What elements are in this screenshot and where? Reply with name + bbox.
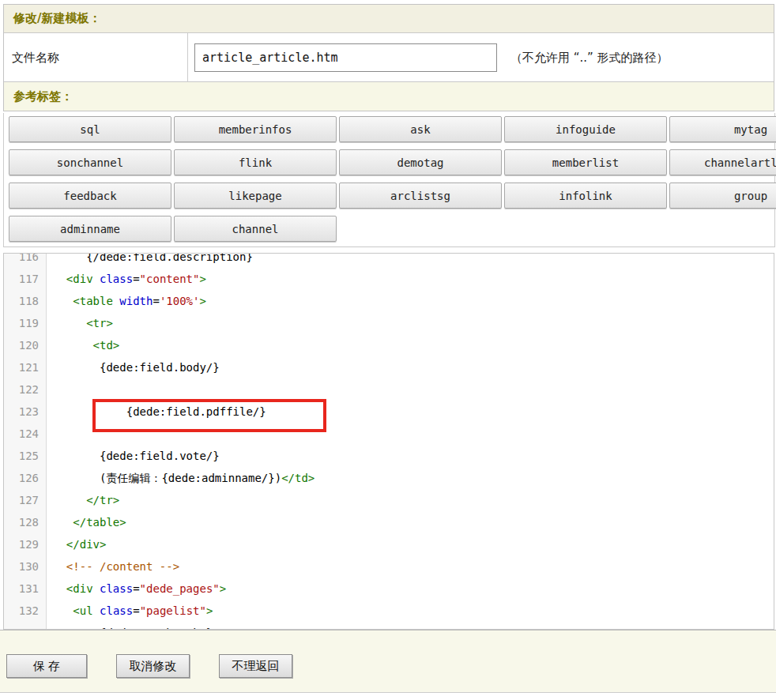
code-line-130[interactable]: <!-- /content -->: [53, 555, 774, 578]
line-number: 125: [4, 445, 46, 467]
cancel-button[interactable]: 取消修改: [116, 654, 190, 678]
tag-button-sql[interactable]: sql: [9, 116, 171, 142]
code-line-128[interactable]: </table>: [53, 511, 774, 533]
code-lines[interactable]: {/dede:field.description} <div class="co…: [47, 253, 774, 630]
save-button[interactable]: 保 存: [6, 654, 87, 678]
code-line-132[interactable]: <ul class="pagelist">: [53, 600, 774, 622]
line-number: 127: [4, 489, 46, 511]
code-line-119[interactable]: <tr>: [53, 312, 774, 334]
code-line-126[interactable]: (责任编辑：{dede:adminname/})</td>: [53, 467, 774, 489]
code-line-122[interactable]: [53, 378, 774, 401]
page-title: 修改/新建模板：: [13, 11, 100, 26]
tag-button-channel[interactable]: channel: [174, 216, 337, 242]
tag-button-ask[interactable]: ask: [339, 116, 502, 142]
line-number: 120: [4, 334, 46, 356]
line-number: 130: [4, 555, 46, 578]
template-editor-page: 修改/新建模板： 文件名称 （不允许用 “..” 形式的路径） 参考标签： sq…: [0, 0, 776, 700]
reference-tags-header-row: 参考标签：: [4, 82, 774, 111]
tag-button-adminname[interactable]: adminname: [9, 216, 171, 242]
tag-buttons-area: sqlmemberinfosaskinfoguidemytagsonchanne…: [3, 113, 775, 247]
filename-row: 文件名称 （不允许用 “..” 形式的路径）: [4, 33, 774, 82]
filename-label: 文件名称: [4, 33, 188, 82]
code-line-124[interactable]: [53, 423, 774, 445]
tag-button-mytag[interactable]: mytag: [669, 116, 776, 142]
line-number: 132: [4, 600, 46, 622]
code-editor-content: 1161171181191201211221231241251261271281…: [4, 253, 774, 630]
filename-note: （不允许用 “..” 形式的路径）: [510, 33, 669, 82]
code-line-125[interactable]: {dede:field.vote/}: [53, 445, 774, 467]
code-line-123[interactable]: {dede:field.pdffile/}: [53, 401, 774, 423]
line-number: 119: [4, 312, 46, 334]
line-number: 123: [4, 401, 46, 423]
code-editor[interactable]: 1161171181191201211221231241251261271281…: [3, 253, 774, 630]
back-button[interactable]: 不理返回: [219, 654, 292, 678]
code-line-129[interactable]: </div>: [53, 533, 774, 555]
tag-button-demotag[interactable]: demotag: [339, 149, 502, 175]
tag-button-sonchannel[interactable]: sonchannel: [9, 149, 171, 175]
top-form-table: 修改/新建模板： 文件名称 （不允许用 “..” 形式的路径） 参考标签：: [3, 4, 774, 111]
tag-button-infolink[interactable]: infolink: [504, 183, 667, 209]
line-number: 121: [4, 356, 46, 378]
line-number: 129: [4, 533, 46, 555]
filename-input[interactable]: [194, 43, 497, 72]
tag-button-arclistsg[interactable]: arclistsg: [339, 183, 502, 209]
line-number: 131: [4, 578, 46, 600]
tag-grid: sqlmemberinfosaskinfoguidemytagsonchanne…: [9, 116, 776, 242]
line-number: 118: [4, 290, 46, 312]
tag-button-group[interactable]: group: [669, 183, 776, 209]
code-line-127[interactable]: </tr>: [53, 489, 774, 511]
tag-button-channelartlist[interactable]: channelartlist: [669, 149, 776, 175]
code-line-133[interactable]: {dede:pagebreak/}: [53, 622, 774, 630]
line-number: 116: [4, 253, 46, 268]
code-line-117[interactable]: <div class="content">: [53, 268, 774, 290]
tag-button-flink[interactable]: flink: [174, 149, 337, 175]
tag-button-memberlist[interactable]: memberlist: [504, 149, 667, 175]
line-number: 126: [4, 467, 46, 489]
bottom-action-bar: 保 存 取消修改 不理返回: [0, 630, 776, 693]
page-header-row: 修改/新建模板：: [4, 5, 774, 33]
line-number: 122: [4, 378, 46, 401]
line-number: 124: [4, 423, 46, 445]
reference-tags-label: 参考标签：: [13, 89, 73, 104]
code-line-121[interactable]: {dede:field.body/}: [53, 356, 774, 378]
code-line-118[interactable]: <table width='100%'>: [53, 290, 774, 312]
code-line-131[interactable]: <div class="dede_pages">: [53, 578, 774, 600]
code-line-120[interactable]: <td>: [53, 334, 774, 356]
tag-button-infoguide[interactable]: infoguide: [504, 116, 667, 142]
line-number: 128: [4, 511, 46, 533]
line-number: 117: [4, 268, 46, 290]
tag-button-feedback[interactable]: feedback: [9, 183, 171, 209]
line-number: 133: [4, 622, 46, 630]
tag-button-likepage[interactable]: likepage: [174, 183, 337, 209]
line-number-gutter: 1161171181191201211221231241251261271281…: [4, 253, 47, 630]
tag-button-memberinfos[interactable]: memberinfos: [174, 116, 337, 142]
code-line-116[interactable]: {/dede:field.description}: [53, 253, 774, 268]
